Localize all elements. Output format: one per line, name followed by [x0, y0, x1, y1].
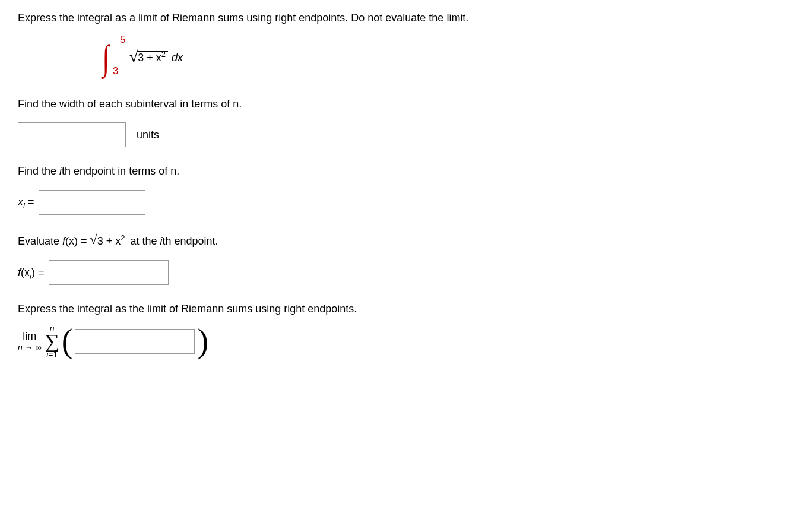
- q1-prompt: Find the width of each subinterval in te…: [18, 97, 768, 112]
- sigma-notation: n ∑ i=1: [45, 324, 59, 359]
- endpoint-input[interactable]: [39, 190, 145, 215]
- summand-input[interactable]: [75, 329, 195, 354]
- q1-answer-row: units: [18, 122, 768, 147]
- question-container: Express the integral as a limit of Riema…: [18, 11, 768, 359]
- left-paren-icon: (: [62, 328, 73, 354]
- sqrt-icon: √: [90, 232, 97, 247]
- dx: dx: [172, 50, 183, 65]
- units-label: units: [137, 128, 159, 142]
- q4-answer-row: lim n → ∞ n ∑ i=1 ( ): [18, 324, 768, 359]
- sigma-icon: ∑: [45, 332, 59, 351]
- right-paren-icon: ): [197, 328, 208, 354]
- xi-label: xi =: [18, 195, 34, 210]
- integrand: √ 3 + x2 dx: [129, 47, 183, 68]
- fxi-input[interactable]: [49, 260, 169, 285]
- radicand: 3 + x2: [137, 51, 168, 65]
- integral-lower-limit: 3: [113, 64, 118, 78]
- q4-prompt: Express the integral as the limit of Rie…: [18, 302, 768, 316]
- q2-answer-row: xi =: [18, 190, 768, 215]
- sqrt-icon: √: [129, 46, 138, 68]
- q2-prompt: Find the ith endpoint in terms of n.: [18, 164, 768, 179]
- width-input[interactable]: [18, 122, 126, 147]
- q3-prompt: Evaluate f(x) = √3 + x2 at the ith endpo…: [18, 232, 768, 250]
- integral-expression: ∫ 5 3 √ 3 + x2 dx: [101, 37, 768, 79]
- limit-notation: lim n → ∞: [18, 329, 42, 353]
- q3-answer-row: f(xi) =: [18, 260, 768, 285]
- integral-upper-limit: 5: [120, 33, 125, 47]
- integral-sign-icon: ∫: [102, 33, 109, 83]
- fxi-label: f(xi) =: [18, 265, 44, 280]
- intro-text: Express the integral as a limit of Riema…: [18, 11, 768, 26]
